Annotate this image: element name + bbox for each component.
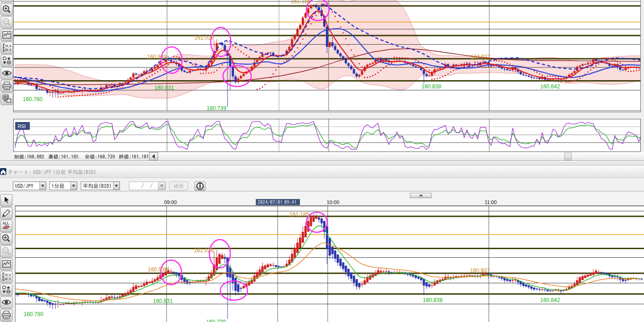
svg-text:160.831: 160.831 [153,298,173,304]
svg-text:160.842: 160.842 [540,83,560,90]
svg-text:161.028: 161.028 [194,247,214,254]
svg-text:161.185: 161.185 [291,0,311,5]
svg-text:161.028: 161.028 [194,35,214,41]
svg-text:160.937: 160.937 [471,54,491,60]
svg-text:160.838: 160.838 [423,297,443,303]
svg-text:RSI: RSI [18,123,26,129]
svg-text:160.780: 160.780 [23,96,43,102]
svg-text:160.939: 160.939 [147,54,167,60]
svg-text:160.780: 160.780 [24,311,44,317]
svg-text:160.842: 160.842 [540,297,560,303]
svg-text:160.739: 160.739 [207,105,227,112]
svg-text:160.937: 160.937 [470,267,490,274]
svg-text:160.831: 160.831 [154,85,174,91]
svg-text:11:00: 11:00 [485,199,497,205]
svg-text:160.838: 160.838 [421,83,441,90]
svg-text:161.185: 161.185 [289,211,309,218]
svg-text:09:00: 09:00 [164,199,177,205]
svg-text:160.939: 160.939 [148,266,168,273]
svg-text:160.739: 160.739 [206,319,226,322]
svg-text:10:00: 10:00 [327,199,340,205]
